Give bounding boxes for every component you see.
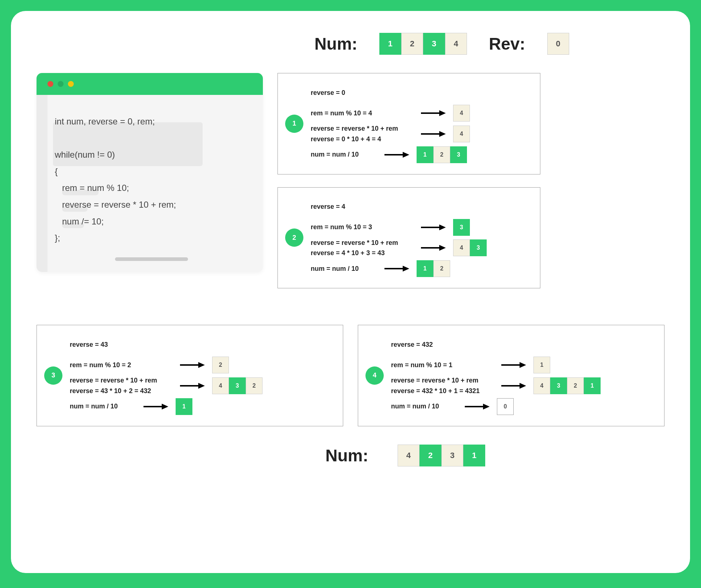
digit-row: 4321	[533, 377, 601, 394]
svg-marker-17	[162, 404, 168, 410]
digit-row: 1	[176, 398, 192, 415]
step-text: num = num / 10	[70, 401, 135, 412]
code-window: int num, reverse = 0, rem; while(num != …	[37, 73, 263, 272]
digit-cell: 4	[453, 126, 470, 142]
arrow-icon	[464, 403, 490, 410]
arrow-icon	[420, 130, 446, 138]
step-row: rem = num % 10 = 22	[70, 355, 332, 375]
step-row: num = num / 1012	[311, 258, 529, 279]
step-text: num = num / 10	[311, 264, 376, 274]
minimize-icon	[58, 81, 64, 87]
footer-digits: 4231	[398, 445, 485, 466]
arrow-icon	[143, 403, 168, 410]
step-box: 1reverse = 0rem = num % 10 = 44reverse =…	[277, 73, 540, 174]
digit-cell: 2	[567, 377, 584, 394]
step-row: reverse = reverse * 10 + remreverse = 4 …	[311, 238, 529, 259]
main-grid: int num, reverse = 0, rem; while(num != …	[37, 73, 664, 288]
digit-row: 12	[417, 260, 450, 277]
digit-cell: 2	[246, 377, 263, 394]
close-icon	[47, 81, 53, 87]
rev-digits: 0	[547, 33, 569, 55]
step-text: rem = num % 10 = 3	[311, 222, 413, 232]
digit-cell: 1	[417, 146, 433, 163]
arrow-icon	[420, 224, 446, 231]
svg-marker-7	[439, 224, 446, 230]
arrow-icon	[420, 244, 446, 251]
arrow-icon	[501, 361, 526, 369]
code-line: reverse = reverse * 10 + rem;	[55, 196, 248, 213]
svg-marker-3	[439, 131, 446, 137]
arrow-icon	[384, 265, 409, 272]
step-text: reverse = reverse * 10 + remreverse = 43…	[70, 375, 172, 396]
digit-cell: 1	[379, 33, 401, 55]
step-text: rem = num % 10 = 1	[391, 360, 493, 370]
arrow-icon	[179, 382, 205, 389]
rev-label: Rev:	[489, 34, 525, 54]
digit-row: 43	[453, 239, 487, 256]
digit-cell: 4	[453, 239, 470, 256]
digit-row: 123	[417, 146, 467, 163]
maximize-icon	[68, 81, 74, 87]
step-box: 3reverse = 43rem = num % 10 = 22reverse …	[37, 325, 343, 426]
footer-label: Num:	[325, 446, 368, 465]
digit-cell: 1	[417, 260, 433, 277]
step-number: 4	[365, 366, 384, 385]
svg-marker-23	[483, 404, 490, 410]
digit-cell: 2	[420, 445, 441, 466]
code-line: num /= 10;	[55, 213, 248, 230]
arrow-icon	[179, 361, 205, 369]
digit-cell: 2	[433, 260, 450, 277]
digit-cell: 3	[550, 377, 567, 394]
window-titlebar	[37, 73, 263, 95]
scrollbar-hint	[115, 257, 188, 261]
step-text: reverse = 43	[70, 339, 172, 350]
digit-row: 2	[212, 357, 229, 373]
step-text: rem = num % 10 = 4	[311, 108, 413, 119]
step-text: num = num / 10	[391, 401, 457, 412]
digit-row: 0	[497, 398, 514, 415]
digit-cell: 2	[212, 357, 229, 373]
num-label: Num:	[314, 34, 357, 54]
code-body: int num, reverse = 0, rem; while(num != …	[37, 95, 263, 272]
step-text: num = num / 10	[311, 149, 376, 160]
digit-cell: 3	[229, 377, 246, 394]
svg-marker-19	[520, 362, 526, 368]
arrow-icon	[501, 382, 526, 389]
steps-bottom-grid: 3reverse = 43rem = num % 10 = 22reverse …	[37, 325, 664, 426]
digit-row: 432	[212, 377, 263, 394]
step-row: reverse = reverse * 10 + remreverse = 43…	[70, 375, 332, 396]
digit-cell: 4	[533, 377, 550, 394]
svg-marker-15	[198, 383, 205, 389]
step-text: reverse = reverse * 10 + remreverse = 0 …	[311, 123, 413, 145]
step-text: reverse = 432	[391, 339, 493, 350]
digit-cell: 1	[463, 445, 485, 466]
digit-cell: 3	[423, 33, 445, 55]
svg-marker-9	[439, 245, 446, 251]
digit-cell: 1	[584, 377, 601, 394]
arrow-icon	[384, 151, 409, 158]
step-row: num = num / 100	[391, 396, 653, 417]
digit-cell: 1	[176, 398, 192, 415]
step-text: reverse = 4	[311, 201, 413, 212]
svg-marker-5	[403, 152, 409, 158]
step-row: rem = num % 10 = 11	[391, 355, 653, 375]
digit-cell: 2	[401, 33, 423, 55]
header-row: Num: 1234 Rev: 0	[219, 33, 664, 55]
step-number: 3	[44, 366, 62, 385]
digit-cell: 3	[441, 445, 463, 466]
step-number: 1	[285, 115, 303, 133]
digit-row: 3	[453, 219, 470, 236]
svg-marker-21	[520, 383, 526, 389]
num-digits: 1234	[379, 33, 467, 55]
digit-cell: 4	[212, 377, 229, 394]
digit-cell: 3	[453, 219, 470, 236]
step-text: rem = num % 10 = 2	[70, 360, 172, 370]
digit-row: 1	[533, 357, 550, 373]
digit-cell: 0	[497, 398, 514, 415]
step-box: 2reverse = 4rem = num % 10 = 33reverse =…	[277, 187, 540, 289]
step-row: rem = num % 10 = 44	[311, 103, 529, 123]
digit-cell: 4	[453, 105, 470, 122]
step-text: reverse = 0	[311, 88, 413, 98]
step-row: rem = num % 10 = 33	[311, 217, 529, 238]
step-number: 2	[285, 228, 303, 247]
